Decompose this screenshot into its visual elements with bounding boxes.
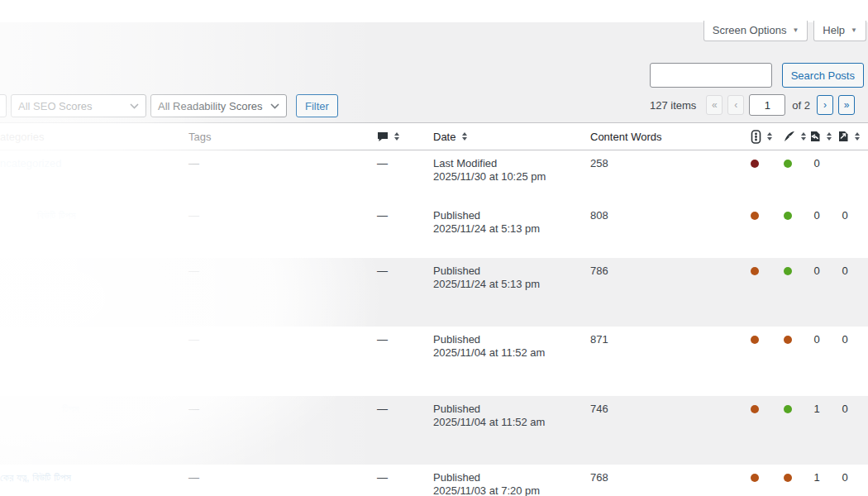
items-count: 127 items [650, 99, 696, 112]
category-link[interactable]: কের যত্ন, বিউটি টিপস [0, 471, 71, 484]
post-status: Published [433, 209, 480, 222]
readability-score-dot [784, 474, 792, 482]
first-page-button[interactable]: « [706, 95, 723, 115]
sort-arrows-icon [767, 132, 772, 141]
comments-count: — [377, 327, 433, 396]
seo-score-dot [751, 212, 759, 220]
post-date: 2025/11/24 at 5:13 pm [433, 222, 540, 235]
post-status: Last Modified [433, 157, 497, 169]
sort-arrows-icon [827, 132, 832, 141]
seo-score-dot [751, 474, 759, 482]
readability-score-dot [784, 405, 792, 413]
tags-value: — [188, 465, 377, 496]
post-date: 2025/11/04 at 11:52 am [433, 346, 545, 359]
chevron-down-icon: ▼ [792, 26, 799, 34]
sort-arrows-icon [462, 132, 467, 141]
screen-options-button[interactable]: Screen Options ▼ [703, 21, 808, 41]
outgoing-links-count: 0 [835, 471, 855, 484]
readability-scores-filter-select[interactable]: All Readability Scores [150, 94, 287, 117]
outgoing-links-count: 0 [835, 209, 855, 222]
column-header-readability-score[interactable] [779, 123, 807, 150]
table-header-row: ategories Tags Date Content Words [0, 122, 868, 150]
pagination: 127 items « ‹ of 2 › » [650, 94, 855, 116]
date-cell: Published 2025/11/24 at 5:13 pm [433, 203, 590, 258]
next-page-button[interactable]: › [817, 95, 833, 115]
seo-scores-filter-select[interactable]: All SEO Scores [11, 94, 146, 117]
category-link[interactable]: টিপস [62, 403, 79, 415]
screen-options-label: Screen Options [713, 24, 787, 36]
dates-filter-select[interactable] [0, 94, 7, 117]
search-posts-button[interactable]: Search Posts [782, 63, 864, 88]
posts-table: ategories Tags Date Content Words [0, 122, 868, 496]
help-button[interactable]: Help ▼ [813, 21, 866, 41]
incoming-links-count: 0 [807, 157, 827, 169]
prev-page-button[interactable]: ‹ [727, 95, 744, 115]
date-cell: Published 2025/11/24 at 5:13 pm [433, 258, 590, 327]
seo-score-dot [751, 160, 759, 168]
column-header-categories: ategories [0, 123, 188, 150]
last-page-button[interactable]: » [838, 95, 855, 115]
category-link[interactable]: ncategorized [0, 157, 61, 169]
column-header-content-words: Content Words [590, 123, 747, 150]
select-chevron-icon [130, 103, 139, 109]
post-status: Published [433, 403, 480, 415]
help-label: Help [823, 24, 845, 36]
total-pages-label: of 2 [792, 99, 810, 112]
post-status: Published [433, 265, 480, 277]
outgoing-links-icon [837, 131, 849, 142]
readability-score-dot [784, 160, 792, 168]
post-status: Published [433, 333, 480, 346]
column-header-outgoing-links[interactable] [835, 123, 868, 150]
column-header-date[interactable]: Date [433, 123, 590, 150]
table-row: ncategorized — — Last Modified 2025/11/3… [0, 150, 868, 203]
incoming-links-icon [808, 131, 821, 142]
column-header-seo-score[interactable] [747, 123, 779, 150]
date-cell: Published 2025/11/04 at 11:52 am [433, 327, 590, 396]
outgoing-links-count: 0 [835, 403, 855, 415]
sort-arrows-icon [855, 132, 860, 141]
chevron-down-icon: ▼ [851, 26, 857, 34]
readability-score-dot [784, 267, 792, 275]
filter-button[interactable]: Filter [296, 94, 338, 117]
column-header-tags: Tags [188, 123, 377, 150]
current-page-input[interactable] [749, 94, 785, 116]
post-date: 2025/11/30 at 10:25 pm [433, 170, 546, 183]
screen-meta-links: Screen Options ▼ Help ▼ [703, 21, 866, 41]
comments-count: — [377, 203, 433, 258]
category-link[interactable]: বিউটি টিপস [37, 209, 76, 222]
content-words-value: 258 [590, 150, 747, 203]
seo-score-icon [751, 130, 761, 144]
column-header-comments[interactable] [377, 123, 433, 150]
incoming-links-count: 0 [807, 209, 827, 222]
date-cell: Published 2025/11/04 at 11:52 am [433, 396, 590, 465]
content-words-value: 768 [590, 465, 747, 496]
tablenav-toolbar: All SEO Scores All Readability Scores Fi… [0, 94, 868, 119]
top-white-bar [0, 0, 868, 22]
post-date: 2025/11/24 at 5:13 pm [433, 278, 540, 290]
comments-count: — [377, 150, 433, 203]
seo-score-dot [751, 267, 759, 275]
content-words-value: 746 [590, 396, 747, 465]
incoming-links-count: 1 [807, 403, 827, 415]
incoming-links-count: 1 [807, 471, 827, 484]
tags-value: — [188, 258, 377, 327]
readability-scores-filter-label: All Readability Scores [158, 100, 262, 112]
readability-score-dot [784, 212, 792, 220]
content-words-value: 786 [590, 258, 747, 327]
seo-score-dot [751, 336, 759, 344]
comment-icon [377, 131, 389, 142]
search-input[interactable] [650, 63, 772, 88]
date-cell: Last Modified 2025/11/30 at 10:25 pm [433, 150, 590, 203]
sort-arrows-icon [394, 132, 399, 141]
tags-value: — [188, 327, 377, 396]
tags-value: — [188, 396, 377, 465]
readability-score-dot [784, 336, 792, 344]
column-header-incoming-links[interactable] [807, 123, 835, 150]
table-row: — — Published 2025/11/24 at 5:13 pm 786 … [0, 258, 868, 327]
select-chevron-icon [270, 103, 279, 109]
table-row: বিউটি টিপস — — Published 2025/11/24 at 5… [0, 203, 868, 258]
comments-count: — [377, 396, 433, 465]
comments-count: — [377, 465, 433, 496]
seo-score-dot [751, 405, 759, 413]
sort-arrows-icon [801, 132, 806, 141]
